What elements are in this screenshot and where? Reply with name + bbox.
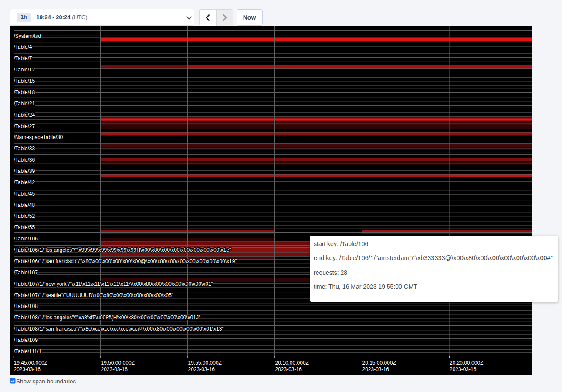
svg-text:/Table/52: /Table/52	[14, 213, 35, 219]
svg-text:/Table/48: /Table/48	[14, 202, 35, 208]
svg-text:2023-03-16: 2023-03-16	[450, 366, 477, 372]
svg-text:/Table/45: /Table/45	[14, 191, 35, 197]
svg-text:/Table/24: /Table/24	[14, 112, 35, 118]
svg-text:/Table/33: /Table/33	[14, 145, 35, 152]
svg-text:/Table/12: /Table/12	[14, 67, 35, 73]
svg-text:/Table/111/1: /Table/111/1	[14, 348, 42, 355]
svg-text:2023-03-16: 2023-03-16	[188, 366, 215, 372]
svg-text:2023-03-16: 2023-03-16	[14, 366, 41, 372]
svg-text:/Table/107/1/"new york"/"\x11\: /Table/107/1/"new york"/"\x11\x11\x11\x1…	[14, 281, 213, 287]
svg-text:19:55:00.000Z: 19:55:00.000Z	[188, 360, 222, 366]
svg-text:/Table/106: /Table/106	[14, 236, 38, 242]
svg-text:/Table/39: /Table/39	[14, 168, 35, 174]
svg-text:/Table/15: /Table/15	[14, 78, 35, 84]
svg-text:/Table/7: /Table/7	[14, 55, 32, 61]
svg-text:/Table/108: /Table/108	[14, 303, 38, 309]
svg-text:20:15:00.000Z: 20:15:00.000Z	[362, 360, 396, 366]
svg-text:/Table/109: /Table/109	[14, 337, 38, 343]
svg-text:/Table/42: /Table/42	[14, 179, 35, 186]
svg-text:/Table/108/1/"los angeles"/"\x: /Table/108/1/"los angeles"/"\xa8\xf5\u00…	[14, 314, 201, 321]
svg-text:19:50:00.000Z: 19:50:00.000Z	[101, 360, 135, 366]
svg-text:/Table/21: /Table/21	[14, 101, 35, 107]
svg-text:/System/tsd: /System/tsd	[14, 33, 41, 39]
svg-text:/Table/107: /Table/107	[14, 270, 38, 276]
svg-text:2023-03-16: 2023-03-16	[101, 366, 128, 372]
svg-text:/Table/107/1/"seattle"/"UUUUUU: /Table/107/1/"seattle"/"UUUUUUD\x00\x80\…	[14, 292, 174, 298]
svg-text:19:45:00.000Z: 19:45:00.000Z	[14, 360, 47, 366]
svg-text:/NamespaceTable/30: /NamespaceTable/30	[14, 134, 63, 140]
svg-text:/Table/108/1/"san francisco"/": /Table/108/1/"san francisco"/"\x8c\xcc\x…	[14, 326, 224, 332]
svg-text:/Table/55: /Table/55	[14, 224, 35, 230]
svg-text:/Table/18: /Table/18	[14, 89, 35, 95]
svg-text:20:20:00.000Z: 20:20:00.000Z	[450, 360, 483, 366]
svg-text:/Table/36: /Table/36	[14, 157, 35, 163]
svg-text:/Table/106/1/"los angeles"/"\x: /Table/106/1/"los angeles"/"\x99\x99\x99…	[14, 247, 231, 253]
svg-text:2023-03-16: 2023-03-16	[362, 366, 389, 372]
svg-text:/Table/27: /Table/27	[14, 123, 35, 129]
svg-text:/Table/4: /Table/4	[14, 44, 32, 50]
svg-text:2023-03-16: 2023-03-16	[275, 366, 302, 372]
svg-text:20:10:00.000Z: 20:10:00.000Z	[275, 360, 309, 366]
svg-text:/Table/106/1/"san francisco"/": /Table/106/1/"san francisco"/"\x80\x00\x…	[14, 258, 237, 264]
